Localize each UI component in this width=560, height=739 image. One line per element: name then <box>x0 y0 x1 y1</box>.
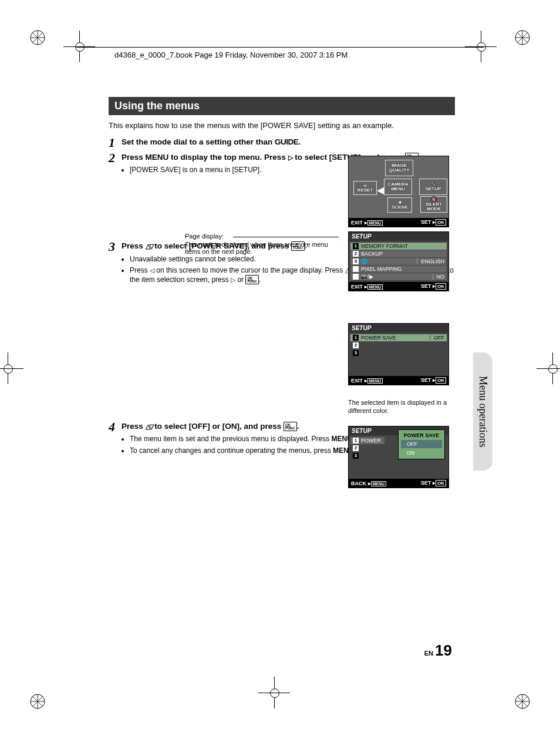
menu-scene: ★ SCENE <box>387 197 412 213</box>
guide-word: GUIDE <box>275 137 298 146</box>
popup-power-save: POWER SAVE OFF ON <box>398 429 445 459</box>
set-ok-label: SET ▸OK <box>421 283 446 290</box>
left-arrow-icon: ◀ <box>377 184 384 196</box>
header-file-info: d4368_e_0000_7.book Page 19 Friday, Nove… <box>114 51 348 59</box>
menu-image-quality: IMAGE QUALITY <box>385 160 413 176</box>
crop-mark-bl <box>29 693 46 710</box>
popup-option: OFF <box>401 440 442 448</box>
reg-mark <box>75 42 83 51</box>
menu-row: 2 <box>350 445 384 452</box>
step-number: 1 <box>109 137 122 149</box>
leader-line <box>233 237 339 237</box>
menu-row: 2BACKUP <box>350 250 447 257</box>
menu-row: 3🌐ENGLISH <box>350 258 447 265</box>
section-title: Using the menus <box>109 97 455 115</box>
text: Press <box>122 241 146 250</box>
text: on this screen to move the cursor to the… <box>154 266 345 274</box>
exit-label: EXIT ▸MENU <box>351 220 383 226</box>
step-heading: Set the mode dial to a setting other tha… <box>122 137 455 147</box>
exit-label: EXIT ▸MENU <box>351 378 383 384</box>
reg-mark <box>548 364 556 372</box>
text: The menu item is set and the previous me… <box>130 435 332 443</box>
text: to display the top menu. Press <box>168 153 288 162</box>
set-ok-label: SET ▸OK <box>421 377 446 384</box>
menu-row: 1MEMORY FORMAT <box>350 243 447 250</box>
crop-mark-tr <box>514 29 531 46</box>
set-ok-label: SET ▸OK <box>421 219 446 226</box>
camera-screen-setup-3: SETUP 1POWER 2 3 POWER SAVE OFF ON BACK … <box>348 426 449 488</box>
crop-mark-br <box>514 693 531 710</box>
set-ok-label: SET ▸OK <box>421 480 446 486</box>
header-rule <box>76 47 484 48</box>
cam-play-icon: 📷/▶ <box>361 274 373 280</box>
menu-word: MENU <box>146 153 169 162</box>
menu-reset: ⟲ RESET <box>353 181 377 195</box>
screen-title: SETUP <box>349 232 448 241</box>
menu-row: 2 <box>350 342 447 349</box>
text: Press <box>130 266 150 274</box>
row-value: NO <box>433 274 445 280</box>
right-arrow-icon <box>231 276 235 284</box>
text: . <box>298 137 301 146</box>
camera-screen-setup-1: SETUP 1MEMORY FORMAT 2BACKUP 3🌐ENGLISH P… <box>348 231 449 291</box>
popup-title: POWER SAVE <box>399 431 444 439</box>
up-down-arrow-icon <box>146 422 153 431</box>
text: Press <box>122 422 146 431</box>
menu-row: 3 <box>350 452 384 459</box>
page-number: EN 19 <box>205 641 452 660</box>
label: SILENT MODE <box>426 202 442 211</box>
label: RESET <box>357 188 373 193</box>
step-number: 3 <box>109 241 122 253</box>
label: CAMERA MENU <box>387 182 408 192</box>
note-selected-color: The selected item is displayed in a diff… <box>348 398 448 415</box>
lang-code: EN <box>424 650 433 657</box>
menu-silent-mode: 🔇 SILENT MODE <box>420 196 447 213</box>
row-value: OFF <box>430 335 444 341</box>
text: to select [OFF] or [ON], and press <box>153 422 284 431</box>
menu-row: 📷/▶NO <box>350 273 447 280</box>
left-arrow-icon <box>150 266 154 274</box>
text: or <box>235 276 245 284</box>
desc: This mark is displayed when there are mo… <box>185 241 338 255</box>
text: Set the mode dial to a setting other tha… <box>122 137 275 146</box>
reg-mark <box>270 688 278 697</box>
intro-text: This explains how to use the menus with … <box>109 121 455 130</box>
row-label: POWER SAVE <box>361 335 396 341</box>
text: Press <box>122 153 146 162</box>
menu-setup: 🔧 SETUP <box>419 179 447 195</box>
up-down-arrow-icon <box>146 241 153 250</box>
label: IMAGE QUALITY <box>389 163 409 173</box>
row-label: POWER <box>361 438 381 444</box>
reg-mark <box>477 42 485 51</box>
row-label: BACKUP <box>361 251 383 257</box>
popup-option: ON <box>401 449 442 457</box>
page-num: 19 <box>435 641 452 659</box>
label: SETUP <box>426 187 441 192</box>
side-tab: Menu operations <box>473 352 492 471</box>
label: SCENE <box>392 205 408 210</box>
text: To cancel any changes and continue opera… <box>130 446 333 455</box>
back-label: BACK ▸MENU <box>351 481 386 486</box>
row-value: ENGLISH <box>417 258 444 264</box>
reg-mark <box>4 364 12 372</box>
step-1: 1 Set the mode dial to a setting other t… <box>109 137 455 149</box>
menu-row: 1POWER <box>350 437 384 444</box>
camera-screen-top-menu: ⟲ RESET IMAGE QUALITY CAMERA MENU 🔧 SETU… <box>348 156 449 227</box>
menu-camera-menu: CAMERA MENU <box>384 179 412 195</box>
step-number: 2 <box>109 152 122 164</box>
right-arrow-icon <box>288 153 293 162</box>
page-display-note: Page display: This mark is displayed whe… <box>185 233 338 255</box>
row-label: MEMORY FORMAT <box>361 243 408 249</box>
ok-func-icon: OKFUNC <box>245 275 259 284</box>
exit-label: EXIT ▸MENU <box>351 284 383 290</box>
menu-row: PIXEL MAPPING <box>350 266 447 273</box>
label: Page display: <box>185 233 224 240</box>
lang-icon: 🌐 <box>361 258 367 264</box>
menu-row: 3 <box>350 350 447 357</box>
menu-row: 1 POWER SAVE OFF <box>350 334 447 341</box>
step-number: 4 <box>109 421 122 433</box>
screen-title: SETUP <box>349 324 448 332</box>
ok-func-icon: OKFUNC <box>284 422 297 431</box>
row-label: PIXEL MAPPING <box>361 266 402 272</box>
crop-mark-tl <box>29 29 46 46</box>
